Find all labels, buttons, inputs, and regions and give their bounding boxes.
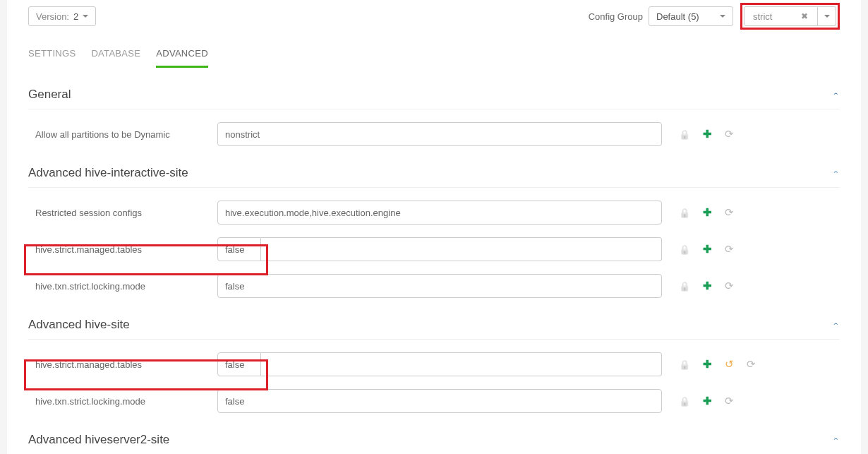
override-icon[interactable]: ✚ xyxy=(703,206,712,219)
config-row: Restricted session configs ✚ ⟳ xyxy=(28,201,840,225)
lock-icon[interactable] xyxy=(679,129,690,140)
refresh-icon[interactable]: ⟳ xyxy=(747,358,756,371)
refresh-icon[interactable]: ⟳ xyxy=(725,280,734,292)
version-dropdown[interactable]: Version: 2 xyxy=(28,6,96,26)
override-icon[interactable]: ✚ xyxy=(703,128,712,141)
panel-title: Advanced hive-site xyxy=(28,318,130,332)
panel-hive-interactive-site: Advanced hive-interactive-site ⌃ Restric… xyxy=(28,166,840,298)
config-label: hive.txn.strict.locking.mode xyxy=(28,281,212,292)
override-icon[interactable]: ✚ xyxy=(703,395,712,407)
chevron-down-icon xyxy=(83,15,88,18)
panel-hiveserver2-site: Advanced hiveserver2-site ⌃ xyxy=(28,433,840,454)
lock-icon[interactable] xyxy=(679,359,690,370)
panel-hive-site: Advanced hive-site ⌃ hive.strict.managed… xyxy=(28,318,840,413)
config-label: Allow all partitions to be Dynamic xyxy=(28,129,212,140)
version-value: 2 xyxy=(73,11,78,22)
panel-header-hive-site[interactable]: Advanced hive-site ⌃ xyxy=(28,318,840,340)
panel-title: General xyxy=(28,88,71,102)
chevron-up-icon: ⌃ xyxy=(832,436,840,444)
lock-icon[interactable] xyxy=(679,244,690,255)
refresh-icon[interactable]: ⟳ xyxy=(725,395,734,407)
lock-icon[interactable] xyxy=(679,395,690,407)
config-input-restricted-session[interactable] xyxy=(217,201,662,225)
tab-settings[interactable]: SETTINGS xyxy=(28,44,76,68)
config-row-strict-managed-tables: hive.strict.managed.tables ✚ ⟳ xyxy=(28,237,840,261)
panel-header-hive-interactive[interactable]: Advanced hive-interactive-site ⌃ xyxy=(28,166,840,188)
chevron-up-icon: ⌃ xyxy=(832,169,840,177)
override-icon[interactable]: ✚ xyxy=(703,280,712,292)
config-group-dropdown[interactable]: Default (5) xyxy=(649,6,733,26)
lock-icon[interactable] xyxy=(679,207,690,218)
config-row: hive.txn.strict.locking.mode ✚ ⟳ xyxy=(28,274,840,298)
config-input-extra[interactable] xyxy=(261,352,662,376)
refresh-icon[interactable]: ⟳ xyxy=(725,128,734,141)
filter-dropdown-button[interactable] xyxy=(818,6,836,26)
lock-icon[interactable] xyxy=(679,280,690,292)
chevron-up-icon: ⌃ xyxy=(832,91,840,99)
chevron-down-icon xyxy=(824,15,830,18)
config-row: hive.txn.strict.locking.mode ✚ ⟳ xyxy=(28,389,840,413)
panel-general: General ⌃ Allow all partitions to be Dyn… xyxy=(28,88,840,146)
filter-input-wrapper[interactable]: ✖ xyxy=(744,6,818,26)
config-group-value: Default (5) xyxy=(656,11,699,22)
config-label: hive.txn.strict.locking.mode xyxy=(28,396,212,407)
config-input-strict-managed-tables[interactable] xyxy=(217,237,261,261)
config-label: Restricted session configs xyxy=(28,208,212,218)
tab-advanced[interactable]: ADVANCED xyxy=(156,44,208,68)
highlight-filter: ✖ xyxy=(740,3,840,30)
override-icon[interactable]: ✚ xyxy=(703,358,712,371)
config-input-extra[interactable] xyxy=(261,237,662,261)
filter-input[interactable] xyxy=(752,11,801,23)
clear-icon[interactable]: ✖ xyxy=(801,11,808,21)
config-input-dynamic-partitions[interactable] xyxy=(217,122,662,146)
panel-header-hiveserver2[interactable]: Advanced hiveserver2-site ⌃ xyxy=(28,433,840,454)
tab-bar: SETTINGS DATABASE ADVANCED xyxy=(28,44,840,68)
chevron-up-icon: ⌃ xyxy=(832,321,840,329)
panel-title: Advanced hive-interactive-site xyxy=(28,166,188,180)
config-input-strict-managed-tables[interactable] xyxy=(217,352,261,376)
panel-header-general[interactable]: General ⌃ xyxy=(28,88,840,109)
config-label: hive.strict.managed.tables xyxy=(28,244,212,255)
config-input-txn-strict-locking[interactable] xyxy=(217,389,662,413)
config-label: hive.strict.managed.tables xyxy=(28,359,212,370)
config-row: Allow all partitions to be Dynamic ✚ ⟳ xyxy=(28,122,840,146)
config-row-strict-managed-tables: hive.strict.managed.tables ✚ ↺ ⟳ xyxy=(28,352,840,376)
refresh-icon[interactable]: ⟳ xyxy=(725,206,734,219)
version-label: Version: xyxy=(36,11,69,22)
tab-database[interactable]: DATABASE xyxy=(91,44,140,68)
refresh-icon[interactable]: ⟳ xyxy=(725,243,734,256)
config-group-label: Config Group xyxy=(589,11,643,22)
config-input-txn-strict-locking[interactable] xyxy=(217,274,662,298)
undo-icon[interactable]: ↺ xyxy=(725,358,734,371)
chevron-down-icon xyxy=(720,15,725,18)
override-icon[interactable]: ✚ xyxy=(703,243,712,256)
panel-title: Advanced hiveserver2-site xyxy=(28,433,169,447)
